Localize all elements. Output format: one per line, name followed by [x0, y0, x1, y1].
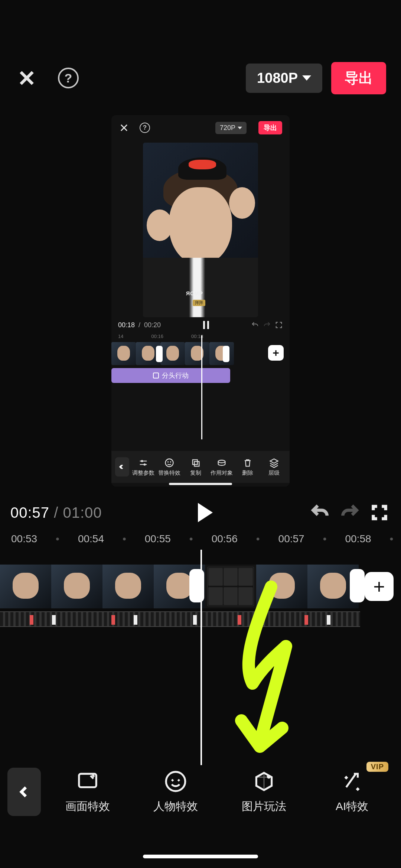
outer-editor-header: ? 1080P 导出 [0, 56, 401, 100]
vip-badge: VIP [366, 762, 388, 772]
inner-effect-label: 分头行动 [162, 371, 189, 380]
preview-shirt-tag: 拜拜 [193, 300, 205, 306]
export-button[interactable]: 导出 [331, 62, 386, 94]
preview-jacket [143, 258, 258, 317]
inner-redo-icon[interactable] [263, 321, 271, 329]
preview-face-clone [147, 209, 173, 241]
outer-clip-handle[interactable] [189, 569, 204, 602]
inner-clip-thumb[interactable] [209, 342, 234, 365]
chevron-down-icon [302, 75, 311, 81]
outer-timeline[interactable]: + [0, 557, 401, 628]
tool-label: 删除 [242, 469, 253, 477]
svg-point-1 [144, 463, 146, 465]
inner-pause-button[interactable] [203, 321, 209, 329]
help-icon[interactable]: ? [58, 68, 79, 88]
inner-clip-handle[interactable] [223, 346, 229, 362]
tool-photo-effects[interactable]: 图片玩法 [222, 770, 306, 814]
outer-clip-nested-thumb[interactable] [205, 565, 256, 608]
bottom-effects-toolbar: 画面特效 人物特效 图片玩法 VIP AI特效 [0, 757, 401, 827]
outer-transport-bar: 00:57 / 01:00 [0, 498, 401, 527]
svg-point-10 [267, 774, 271, 778]
outer-frame-strip[interactable] [0, 611, 360, 627]
inner-clip-strip[interactable] [111, 342, 234, 365]
tool-screen-effects[interactable]: 画面特效 [46, 770, 129, 814]
inner-time-sep: / [138, 321, 140, 329]
outer-clip-thumb[interactable] [0, 565, 51, 608]
inner-playhead[interactable] [201, 335, 202, 439]
inner-resolution-selector[interactable]: 720P [215, 122, 247, 134]
tool-label: 调整参数 [132, 469, 154, 477]
nested-editor-preview: ? 720P 导出 ЯOMP 拜拜 00:18 / 00:20 14 00:16… [111, 115, 290, 487]
resolution-label: 1080P [257, 70, 298, 86]
close-icon[interactable] [15, 66, 39, 90]
home-indicator [143, 855, 258, 858]
outer-playhead[interactable] [200, 550, 202, 765]
inner-header: ? 720P 导出 [111, 115, 290, 140]
outer-clip-handle[interactable] [350, 569, 365, 602]
tool-label: AI特效 [336, 799, 368, 814]
tool-apply-target[interactable]: 作用对象 [210, 458, 234, 477]
inner-close-icon[interactable] [119, 123, 129, 133]
tool-person-effects[interactable]: 人物特效 [134, 770, 218, 814]
outer-time-duration: 01:00 [63, 504, 102, 521]
outer-add-clip-button[interactable]: + [365, 572, 394, 601]
inner-toolbar: 调整参数 替换特效 复制 作用对象 删除 层级 [111, 451, 290, 483]
tool-adjust-params[interactable]: 调整参数 [131, 458, 155, 477]
tool-copy[interactable]: 复制 [184, 458, 208, 477]
chevron-down-icon [238, 127, 242, 129]
inner-undo-icon[interactable] [251, 321, 259, 329]
svg-point-0 [141, 460, 143, 462]
outer-time-current: 00:57 [10, 504, 49, 521]
inner-transport-bar: 00:18 / 00:20 [111, 317, 290, 333]
inner-effect-track[interactable]: 分头行动 [111, 368, 230, 383]
svg-point-2 [166, 459, 173, 466]
outer-clip-strip[interactable] [0, 565, 359, 608]
inner-clip-thumb[interactable] [160, 342, 185, 365]
redo-button[interactable] [339, 501, 361, 524]
ruler-tick: 00:55 [145, 533, 171, 545]
tool-layer[interactable]: 层级 [262, 458, 286, 477]
inner-timeline[interactable]: + 分头行动 [111, 342, 290, 376]
inner-fullscreen-icon[interactable] [275, 321, 283, 329]
back-button[interactable] [7, 768, 41, 816]
tool-ai-effects[interactable]: VIP AI特效 [311, 770, 394, 814]
inner-clip-thumb[interactable] [111, 342, 136, 365]
inner-add-clip-button[interactable]: + [268, 345, 284, 361]
preview-shirt-text: ЯOMP [186, 290, 203, 296]
tool-label: 画面特效 [65, 799, 110, 814]
inner-time-duration: 00:20 [144, 321, 161, 329]
inner-clip-thumb[interactable] [185, 342, 209, 365]
ruler-tick: 14 [118, 334, 123, 339]
tool-replace-effect[interactable]: 替换特效 [157, 458, 181, 477]
inner-video-preview[interactable]: ЯOMP 拜拜 [143, 143, 258, 317]
outer-clip-thumb[interactable] [51, 565, 102, 608]
svg-point-3 [167, 461, 169, 462]
tool-label: 图片玩法 [242, 799, 286, 814]
preview-face-clone [229, 187, 255, 219]
tool-label: 作用对象 [211, 469, 233, 477]
tool-label: 层级 [268, 469, 280, 477]
ruler-tick: 00:58 [345, 533, 371, 545]
outer-clip-thumb[interactable] [256, 565, 307, 608]
inner-collapse-button[interactable] [115, 457, 129, 477]
inner-clip-handle[interactable] [156, 346, 163, 362]
play-button[interactable] [198, 503, 213, 522]
ruler-tick: 00:16 [151, 334, 163, 339]
ruler-tick: 00:56 [212, 533, 238, 545]
outer-time-display: 00:57 / 01:00 [10, 504, 102, 521]
resolution-selector[interactable]: 1080P [246, 64, 322, 93]
undo-button[interactable] [309, 501, 331, 524]
tool-delete[interactable]: 删除 [236, 458, 260, 477]
tool-label: 复制 [190, 469, 201, 477]
inner-help-icon[interactable]: ? [140, 123, 150, 133]
outer-clip-thumb[interactable] [102, 565, 154, 608]
svg-rect-6 [194, 461, 199, 466]
fullscreen-button[interactable] [368, 501, 391, 524]
ruler-tick: 00:57 [278, 533, 304, 545]
inner-home-indicator [169, 483, 232, 485]
inner-time-current: 00:18 [118, 321, 135, 329]
inner-export-button[interactable]: 导出 [258, 121, 282, 134]
preview-face-main [169, 187, 232, 265]
ruler-tick: 00:54 [78, 533, 104, 545]
ruler-tick: 00:53 [11, 533, 37, 545]
